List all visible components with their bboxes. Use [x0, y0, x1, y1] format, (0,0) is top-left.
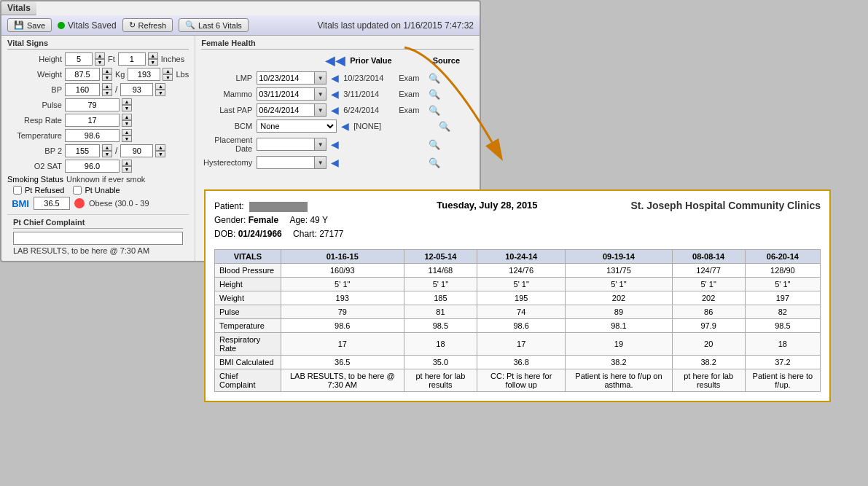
bp-diastolic-input[interactable]: [120, 83, 153, 96]
refresh-button[interactable]: ↻ Refresh: [122, 18, 173, 32]
height-ft-up[interactable]: ▲: [95, 52, 105, 59]
placement-date-label: PlacementDate: [201, 136, 252, 153]
bp-diastolic-up[interactable]: ▲: [155, 83, 165, 90]
o2sat-down[interactable]: ▼: [122, 166, 132, 173]
chief-complaint-input[interactable]: [13, 232, 183, 245]
hysterectomy-dropdown-btn[interactable]: ▼: [315, 156, 327, 169]
weight-kg-down[interactable]: ▼: [102, 74, 112, 81]
pt-unable-checkbox[interactable]: [73, 186, 82, 195]
lmp-source: Exam: [399, 74, 424, 82]
bp2-systolic-input[interactable]: [65, 144, 100, 157]
placement-date-input[interactable]: [257, 138, 315, 151]
bcm-magnify-icon[interactable]: 🔍: [439, 121, 450, 132]
pulse-up[interactable]: ▲: [122, 98, 132, 105]
weight-lbs-spinner: ▲ ▼: [163, 68, 173, 81]
smoking-value: Unknown if ever smok: [66, 175, 145, 184]
last-pap-input[interactable]: [257, 103, 315, 117]
vital-signs-section: Vital Signs Height ▲ ▼ Ft ▲ ▼ Inches: [1, 36, 195, 261]
resp-rate-up[interactable]: ▲: [122, 114, 132, 120]
height-ft-input[interactable]: [65, 52, 93, 66]
weight-kg-input[interactable]: [65, 68, 100, 81]
table-header-cell: 06-20-14: [745, 249, 820, 263]
table-cell: pt here for lab results: [404, 369, 477, 391]
bcm-select[interactable]: None: [257, 119, 337, 133]
placement-date-magnify-icon[interactable]: 🔍: [429, 139, 440, 150]
bp2-diastolic-up[interactable]: ▲: [155, 144, 165, 151]
temperature-up[interactable]: ▲: [122, 129, 132, 136]
table-cell: 89: [566, 305, 672, 318]
resp-rate-input[interactable]: [65, 114, 120, 127]
table-cell: 5' 1": [566, 277, 672, 291]
mammo-label: Mammo: [201, 90, 252, 98]
bp-systolic-up[interactable]: ▲: [102, 83, 112, 90]
table-header-cell: 12-05-14: [404, 249, 477, 263]
o2sat-up[interactable]: ▲: [122, 160, 132, 166]
lmp-input[interactable]: [257, 71, 315, 85]
last-pap-prior-arrow[interactable]: ◀: [331, 104, 339, 116]
weight-kg-spinner: ▲ ▼: [102, 68, 112, 81]
lmp-dropdown-btn[interactable]: ▼: [315, 71, 327, 85]
last-pap-source: Exam: [399, 106, 424, 114]
bcm-prior-arrow[interactable]: ◀: [341, 120, 349, 132]
last-pap-dropdown-btn[interactable]: ▼: [315, 103, 327, 117]
pulse-down[interactable]: ▼: [122, 105, 132, 111]
pt-refused-checkbox[interactable]: [13, 186, 22, 195]
table-cell: 36.8: [477, 355, 566, 369]
last6-button[interactable]: 🔍 Last 6 Vitals: [179, 18, 249, 32]
table-cell: 5' 1": [745, 277, 820, 291]
lmp-magnify-icon[interactable]: 🔍: [429, 73, 440, 84]
lmp-prior-arrow[interactable]: ◀: [331, 72, 339, 84]
gender-value: Female: [249, 215, 278, 225]
table-row-label: Weight: [215, 291, 281, 305]
vitals-tab[interactable]: Vitals: [1, 1, 36, 15]
height-label: Height: [7, 55, 62, 63]
bp-diastolic-down[interactable]: ▼: [155, 90, 165, 96]
bp2-diastolic-input[interactable]: [120, 144, 153, 157]
o2sat-row: O2 SAT ▲ ▼: [7, 160, 189, 173]
temperature-input[interactable]: [65, 129, 120, 142]
mammo-prior-value: 3/11/2014: [343, 90, 394, 98]
table-row-label: Respiratory Rate: [215, 332, 281, 355]
temperature-spinner: ▲ ▼: [122, 129, 132, 142]
resp-rate-down[interactable]: ▼: [122, 120, 132, 127]
mammo-input[interactable]: [257, 87, 315, 101]
bp2-row: BP 2 ▲ ▼ / ▲ ▼: [7, 144, 189, 157]
bp2-systolic-up[interactable]: ▲: [102, 144, 112, 151]
bp2-diastolic-down[interactable]: ▼: [155, 151, 165, 157]
o2sat-input[interactable]: [65, 160, 120, 173]
table-cell: 124/77: [672, 263, 745, 277]
pulse-input[interactable]: [65, 98, 120, 111]
table-cell: 5' 1": [672, 277, 745, 291]
weight-lbs-up[interactable]: ▲: [163, 68, 173, 74]
placement-date-prior-arrow[interactable]: ◀: [331, 138, 339, 150]
bp-systolic-input[interactable]: [65, 83, 100, 96]
height-inches-down[interactable]: ▼: [148, 59, 158, 66]
weight-lbs-down[interactable]: ▼: [163, 74, 173, 81]
table-cell: 37.2: [745, 355, 820, 369]
weight-kg-up[interactable]: ▲: [102, 68, 112, 74]
bmi-input[interactable]: [34, 197, 70, 210]
hysterectomy-input[interactable]: [257, 156, 315, 169]
weight-lbs-input[interactable]: [128, 68, 160, 81]
mammo-prior-arrow[interactable]: ◀: [331, 88, 339, 100]
height-ft-down[interactable]: ▼: [95, 59, 105, 66]
o2sat-spinner: ▲ ▼: [122, 160, 132, 173]
height-row: Height ▲ ▼ Ft ▲ ▼ Inches: [7, 52, 189, 66]
temperature-down[interactable]: ▼: [122, 136, 132, 142]
hysterectomy-prior-arrow[interactable]: ◀: [331, 157, 339, 168]
height-inches-input[interactable]: [118, 52, 146, 66]
bp2-systolic-down[interactable]: ▼: [102, 151, 112, 157]
height-inches-up[interactable]: ▲: [148, 52, 158, 59]
table-cell: 97.9: [672, 318, 745, 332]
bp-systolic-down[interactable]: ▼: [102, 90, 112, 96]
age-value: 49 Y: [310, 215, 327, 225]
mammo-dropdown-btn[interactable]: ▼: [315, 87, 327, 101]
mammo-magnify-icon[interactable]: 🔍: [429, 89, 440, 100]
placement-date-row: PlacementDate ▼ ◀ 🔍: [201, 136, 474, 153]
table-cell: CC: Pt is here for follow up: [477, 369, 566, 391]
placement-date-dropdown-btn[interactable]: ▼: [315, 138, 327, 151]
dob-chart-line: DOB: 01/24/1966 Chart: 27177: [214, 227, 344, 241]
last-pap-magnify-icon[interactable]: 🔍: [429, 105, 440, 116]
save-button[interactable]: 💾 Save: [7, 18, 52, 32]
hysterectomy-magnify-icon[interactable]: 🔍: [429, 157, 440, 168]
